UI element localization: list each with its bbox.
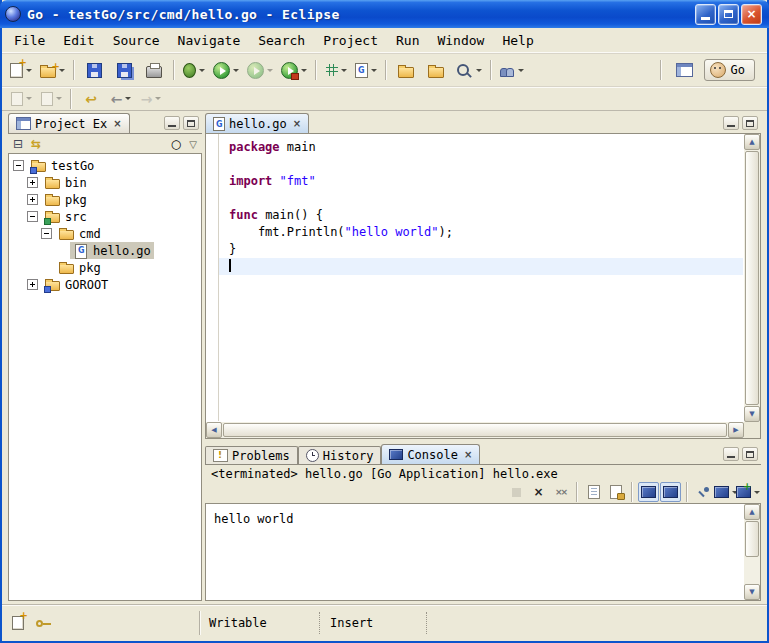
tree-item-goroot[interactable]: GOROOT <box>9 276 201 293</box>
print-button[interactable] <box>140 57 168 83</box>
close-console-icon[interactable]: × <box>464 449 472 460</box>
new-wizard-dropdown-button[interactable] <box>7 57 35 83</box>
back-dropdown-button[interactable]: ← <box>107 89 135 109</box>
tab-console[interactable]: Console × <box>381 444 480 464</box>
next-annotation-dropdown-button[interactable] <box>7 89 35 109</box>
new-folder-dropdown-button[interactable] <box>37 57 68 83</box>
scroll-up-button[interactable]: ▲ <box>744 504 760 520</box>
console-output-area[interactable]: hello world ▲ ▼ <box>205 503 761 601</box>
tree-item-testgo[interactable]: testGo <box>9 157 201 174</box>
open-folder-button[interactable] <box>422 57 450 83</box>
link-with-editor-icon[interactable]: ⇆ <box>31 137 41 151</box>
go-perspective-button[interactable]: Go <box>704 59 755 81</box>
search-dropdown-button[interactable] <box>452 57 485 83</box>
scroll-down-button[interactable]: ▼ <box>744 584 760 600</box>
tab-history[interactable]: History <box>298 446 382 464</box>
console-vertical-scrollbar[interactable]: ▲ ▼ <box>744 504 760 600</box>
new-go-package-dropdown-button[interactable] <box>322 57 350 83</box>
code-line[interactable] <box>219 190 743 207</box>
tree-item-pkg[interactable]: pkg <box>9 191 201 208</box>
collapse-expander-icon[interactable] <box>27 211 38 222</box>
minimize-console-button[interactable] <box>723 447 739 461</box>
code-line[interactable]: } <box>219 241 743 258</box>
close-button[interactable]: × <box>741 4 762 25</box>
code-line[interactable]: func main() { <box>219 207 743 224</box>
save-button[interactable] <box>80 57 108 83</box>
editor-horizontal-scrollbar[interactable]: ◀ ▶ <box>206 422 744 438</box>
show-on-stdout-button[interactable] <box>638 482 659 502</box>
new-go-file-dropdown-button[interactable] <box>352 57 380 83</box>
secure-storage-key-icon[interactable] <box>36 617 52 629</box>
tab-hello-go[interactable]: hello.go × <box>205 113 309 133</box>
remove-all-terminated-button[interactable]: ×× <box>550 482 571 502</box>
scroll-lock-button[interactable] <box>605 482 626 502</box>
menu-navigate[interactable]: Navigate <box>169 31 250 50</box>
save-all-button[interactable] <box>110 57 138 83</box>
collapse-expander-icon[interactable] <box>13 160 24 171</box>
minimize-view-button[interactable] <box>164 116 180 130</box>
tree-item-cmd[interactable]: cmd <box>9 225 201 242</box>
menu-run[interactable]: Run <box>387 31 428 50</box>
minimize-button[interactable] <box>695 4 716 25</box>
tree-item-src[interactable]: src <box>9 208 201 225</box>
tree-item-bin[interactable]: bin <box>9 174 201 191</box>
menu-help[interactable]: Help <box>493 31 542 50</box>
scroll-thumb[interactable] <box>745 151 759 405</box>
current-code-line[interactable] <box>219 258 743 275</box>
expand-expander-icon[interactable] <box>27 177 38 188</box>
maximize-button[interactable] <box>718 4 739 25</box>
scroll-up-button[interactable]: ▲ <box>744 134 760 150</box>
menu-file[interactable]: File <box>5 31 54 50</box>
view-menu-icon[interactable]: ▽ <box>189 139 197 150</box>
menu-edit[interactable]: Edit <box>54 31 103 50</box>
annotation-ruler[interactable] <box>206 134 219 421</box>
close-view-icon[interactable]: × <box>113 118 121 129</box>
open-resource-button[interactable] <box>392 57 420 83</box>
expand-expander-icon[interactable] <box>27 194 38 205</box>
scroll-thumb[interactable] <box>223 423 727 437</box>
scroll-right-button[interactable]: ▶ <box>728 422 744 438</box>
team-dropdown-button[interactable] <box>497 57 527 83</box>
titlebar[interactable]: Go - testGo/src/cmd/hello.go - Eclipse × <box>0 0 769 28</box>
run-dropdown-button[interactable] <box>210 57 242 83</box>
tree-item-src-pkg[interactable]: pkg <box>9 259 201 276</box>
remove-launch-button[interactable]: × <box>528 482 549 502</box>
pin-console-button[interactable] <box>693 482 714 502</box>
last-edit-location-button[interactable]: ↩ <box>77 89 105 109</box>
scroll-down-button[interactable]: ▼ <box>744 406 760 422</box>
code-line[interactable]: package main <box>219 139 743 156</box>
minimize-editor-button[interactable] <box>723 116 739 130</box>
debug-dropdown-button[interactable] <box>180 57 208 83</box>
code-line[interactable]: import "fmt" <box>219 173 743 190</box>
scroll-left-button[interactable]: ◀ <box>206 422 222 438</box>
collapse-expander-icon[interactable] <box>41 228 52 239</box>
forward-dropdown-button[interactable]: → <box>137 89 165 109</box>
menu-source[interactable]: Source <box>104 31 169 50</box>
menu-search[interactable]: Search <box>249 31 314 50</box>
menu-project[interactable]: Project <box>314 31 387 50</box>
editor-vertical-scrollbar[interactable]: ▲ ▼ <box>744 134 760 422</box>
expand-expander-icon[interactable] <box>27 279 38 290</box>
open-perspective-button[interactable] <box>671 57 699 83</box>
display-selected-console-dropdown[interactable] <box>715 482 736 502</box>
collapse-all-icon[interactable]: ⊟ <box>13 137 23 151</box>
maximize-view-button[interactable] <box>183 116 199 130</box>
code-line[interactable]: fmt.Println("hello world"); <box>219 224 743 241</box>
tree-item-hello-go[interactable]: hello.go <box>9 242 201 259</box>
scroll-thumb[interactable] <box>745 521 759 557</box>
focus-icon[interactable]: ○ <box>171 137 181 151</box>
clear-console-button[interactable] <box>583 482 604 502</box>
previous-annotation-dropdown-button[interactable] <box>37 89 65 109</box>
close-editor-icon[interactable]: × <box>293 118 301 129</box>
fast-view-icon[interactable] <box>12 616 24 630</box>
code-area[interactable]: package main import "fmt" func main() { … <box>219 134 743 421</box>
tab-problems[interactable]: Problems <box>205 446 298 464</box>
external-tools-dropdown-button[interactable] <box>278 57 310 83</box>
maximize-console-button[interactable] <box>742 447 758 461</box>
menu-window[interactable]: Window <box>428 31 493 50</box>
maximize-editor-button[interactable] <box>742 116 758 130</box>
show-on-stderr-button[interactable] <box>660 482 681 502</box>
profile-dropdown-button[interactable] <box>244 57 276 83</box>
tab-project-explorer[interactable]: Project Ex × <box>8 113 130 133</box>
open-console-dropdown[interactable] <box>737 482 758 502</box>
